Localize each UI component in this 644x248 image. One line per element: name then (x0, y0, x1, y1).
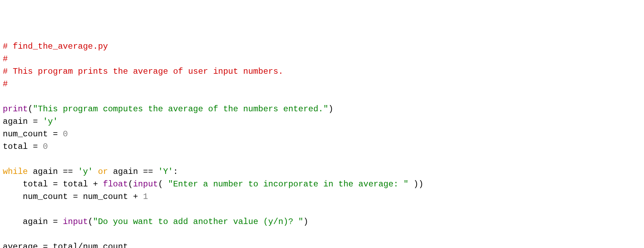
code-token: 'y' (43, 117, 58, 126)
code-token: float (103, 179, 128, 189)
code-token: )) (409, 179, 424, 189)
code-token: # find_the_average.py (3, 42, 108, 51)
code-token: ( (88, 217, 93, 226)
code-token: again = (3, 217, 63, 226)
code-token: 0 (43, 142, 48, 151)
code-token: again = (3, 117, 43, 126)
code-token (93, 167, 98, 176)
code-token: # This program prints the average of use… (3, 67, 283, 76)
code-line: print("This program computes the average… (3, 103, 641, 115)
code-line (3, 228, 641, 241)
code-line (3, 153, 641, 166)
code-line: total = total + float(input( "Enter a nu… (3, 178, 641, 191)
code-line: num_count = 0 (3, 128, 641, 141)
code-token: ( (158, 179, 168, 189)
code-token: again == (28, 167, 78, 176)
code-line: # This program prints the average of use… (3, 65, 641, 78)
code-line: # find_the_average.py (3, 40, 641, 53)
code-line: # (3, 53, 641, 65)
code-token: while (3, 167, 28, 176)
code-token: 'y' (78, 167, 93, 176)
code-token: print (3, 104, 28, 114)
code-token: ( (28, 104, 33, 114)
code-token: "This program computes the average of th… (33, 104, 328, 114)
code-token: again == (108, 167, 158, 176)
code-token: # (3, 79, 8, 89)
code-token: num_count = (3, 129, 63, 139)
code-token: num_count = num_count + (3, 192, 143, 201)
code-token: 'Y' (158, 167, 173, 176)
code-token: total = (3, 142, 43, 151)
code-token: "Do you want to add another value (y/n)?… (93, 217, 303, 226)
code-token: ( (128, 179, 133, 189)
code-token: 1 (143, 192, 148, 201)
code-token: ) (328, 104, 333, 114)
code-token: total = total + (3, 179, 103, 189)
code-line: total = 0 (3, 141, 641, 153)
code-line (3, 203, 641, 216)
code-line: average = total/num_count (3, 241, 641, 248)
code-token: or (98, 167, 108, 176)
code-token: ) (303, 217, 308, 226)
code-line (3, 90, 641, 103)
code-token: input (133, 179, 158, 189)
code-token: input (63, 217, 88, 226)
code-line: # (3, 78, 641, 90)
code-line: while again == 'y' or again == 'Y': (3, 166, 641, 178)
code-line: again = 'y' (3, 115, 641, 128)
code-token: average = total/num_count (3, 242, 128, 248)
code-block: # find_the_average.py## This program pri… (3, 40, 641, 248)
code-token: "Enter a number to incorporate in the av… (168, 179, 408, 189)
code-token: : (173, 167, 178, 176)
code-line: again = input("Do you want to add anothe… (3, 216, 641, 228)
code-token: 0 (63, 129, 68, 139)
code-line: num_count = num_count + 1 (3, 191, 641, 203)
code-token: # (3, 54, 8, 64)
